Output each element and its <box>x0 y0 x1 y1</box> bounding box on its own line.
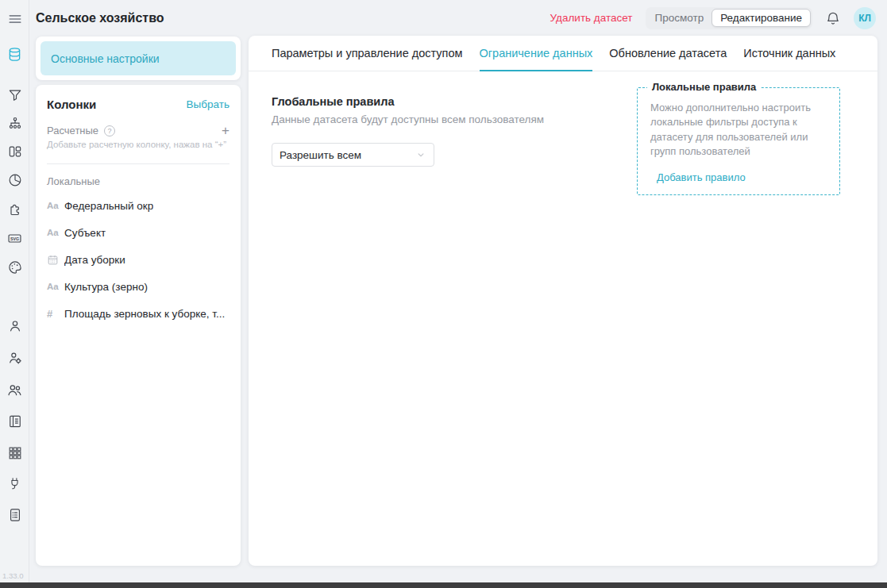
column-list: Aa Федеральный окр Aa Субъект Дата уборк… <box>47 192 229 327</box>
tab-data-source[interactable]: Источник данных <box>743 36 835 71</box>
notes-icon[interactable] <box>0 505 29 525</box>
hierarchy-icon[interactable] <box>0 113 29 134</box>
plug-icon[interactable] <box>0 473 29 494</box>
mode-toggle: Просмотр Редактирование <box>646 7 813 29</box>
list-item[interactable]: # Площадь зерновых к уборке, т... <box>47 300 229 327</box>
text-type-icon: Aa <box>47 228 64 237</box>
bottom-edge-bar <box>0 582 887 588</box>
list-item[interactable]: Дата уборки <box>47 246 229 273</box>
text-type-icon: Aa <box>47 282 64 291</box>
help-icon[interactable]: ? <box>104 125 115 136</box>
mode-view-button[interactable]: Просмотр <box>647 10 712 26</box>
mode-edit-button[interactable]: Редактирование <box>712 9 811 27</box>
divider <box>47 163 229 164</box>
icon-rail: SVG 1.33.0 <box>0 0 29 588</box>
calendar-type-icon <box>47 254 64 266</box>
user-avatar[interactable]: КЛ <box>854 7 876 29</box>
calculated-hint: Добавьте расчетную колонку, нажав на “+” <box>47 140 229 149</box>
add-rule-link[interactable]: Добавить правило <box>657 171 746 183</box>
columns-select-link[interactable]: Выбрать <box>187 98 229 110</box>
pie-chart-icon[interactable] <box>0 170 29 190</box>
menu-icon[interactable] <box>0 9 29 29</box>
local-rules-description: Можно дополнительно настроить локальные … <box>650 101 827 159</box>
layout-icon[interactable] <box>0 141 29 162</box>
global-rules-section: Глобальные правила Данные датасета будут… <box>272 95 544 167</box>
notifications-bell-icon[interactable] <box>825 10 841 26</box>
grid-icon[interactable] <box>0 443 29 463</box>
number-type-icon: # <box>47 308 64 320</box>
list-item[interactable]: Aa Культура (зерно) <box>47 273 229 300</box>
main-panel: Параметры и управление доступом Ограниче… <box>249 36 877 566</box>
user-icon[interactable] <box>0 316 29 336</box>
global-rules-title: Глобальные правила <box>272 95 544 108</box>
settings-nav-card: Основные настройки <box>36 37 241 80</box>
list-item[interactable]: Aa Федеральный окр <box>47 192 229 219</box>
list-item[interactable]: Aa Субъект <box>47 219 229 246</box>
text-type-icon: Aa <box>47 201 64 210</box>
local-rules-legend: Локальные правила <box>647 81 761 93</box>
user-settings-icon[interactable] <box>0 348 29 368</box>
palette-icon[interactable] <box>0 257 29 278</box>
puzzle-icon[interactable] <box>0 198 29 219</box>
page-title: Сельское хозяйство <box>36 11 164 25</box>
tab-access-params[interactable]: Параметры и управление доступом <box>272 36 463 71</box>
global-rules-subtitle: Данные датасета будут доступны всем поль… <box>272 113 544 125</box>
columns-title: Колонки <box>47 98 96 111</box>
app-version: 1.33.0 <box>2 571 23 580</box>
chevron-down-icon <box>415 149 426 160</box>
delete-dataset-link[interactable]: Удалить датасет <box>550 12 633 24</box>
tab-data-restriction[interactable]: Ограничение данных <box>480 36 593 71</box>
add-calculated-column-button[interactable]: + <box>222 124 229 137</box>
svg-text:SVG: SVG <box>10 236 19 240</box>
database-icon[interactable] <box>0 44 29 64</box>
top-header: Сельское хозяйство Удалить датасет Просм… <box>29 0 887 36</box>
columns-card: Колонки Выбрать Расчетные ? + Добавьте р… <box>36 85 241 566</box>
filter-icon[interactable] <box>0 85 29 106</box>
local-columns-label: Локальные <box>47 175 229 187</box>
access-select[interactable]: Разрешить всем <box>272 143 434 167</box>
tab-bar: Параметры и управление доступом Ограниче… <box>249 36 877 71</box>
tab-dataset-update[interactable]: Обновление датасета <box>609 36 727 71</box>
local-rules-box: Локальные правила Можно дополнительно на… <box>637 87 840 195</box>
users-icon[interactable] <box>0 379 29 400</box>
calculated-label: Расчетные <box>47 125 98 136</box>
nav-item-main-settings[interactable]: Основные настройки <box>40 41 236 75</box>
journal-icon[interactable] <box>0 411 29 432</box>
svg-icon[interactable]: SVG <box>0 228 29 248</box>
